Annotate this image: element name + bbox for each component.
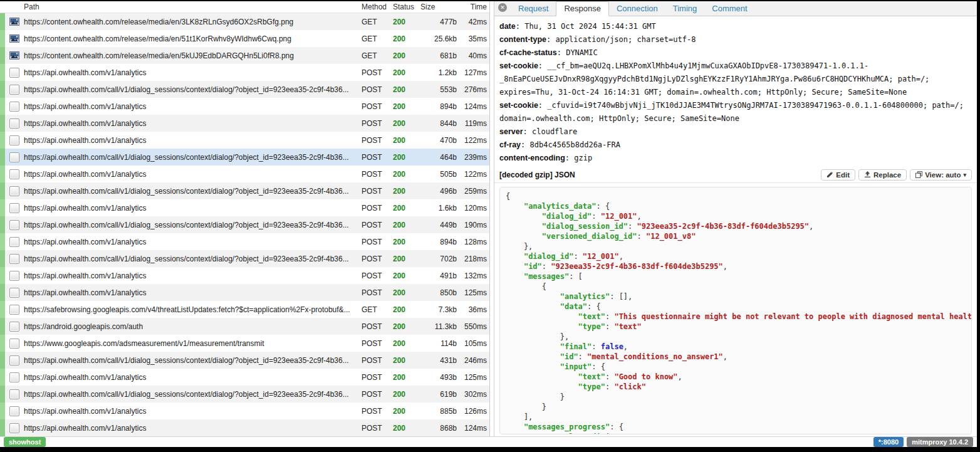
flow-size: 868b <box>420 424 459 433</box>
json-line: "mental_conditions_no_answer1": 15.66820… <box>506 432 971 434</box>
json-line: "messages": [ <box>506 271 971 281</box>
tab-request[interactable]: Request <box>511 2 556 16</box>
flow-marker <box>0 30 5 47</box>
header-name: content-type <box>499 35 546 44</box>
document-icon <box>5 339 24 349</box>
flow-time: 125ms <box>459 373 489 382</box>
mitmweb-screen: Path Method Status Size Time https://con… <box>0 0 980 452</box>
flow-row[interactable]: https://content.owhealth.com/release/med… <box>0 47 489 64</box>
flow-row[interactable]: https://api.owhealth.com/v1/analyticsPOS… <box>0 369 489 386</box>
flow-row[interactable]: https://content.owhealth.com/release/med… <box>0 30 489 47</box>
header-value: : _cfuvid=i9t740wBbjvNji_jTK10dJJAE3M4TW… <box>499 101 964 123</box>
flow-method: POST <box>362 187 393 196</box>
listen-address-badge[interactable]: *:8080 <box>873 437 904 447</box>
flow-row[interactable]: https://api.owhealth.com/call/v1/dialog_… <box>0 250 489 267</box>
flow-marker <box>0 166 5 182</box>
flow-row[interactable]: https://api.owhealth.com/call/v1/dialog_… <box>0 182 489 199</box>
flow-row[interactable]: https://api.owhealth.com/v1/analyticsPOS… <box>0 115 489 132</box>
flow-row[interactable]: https://api.owhealth.com/call/v1/dialog_… <box>0 216 489 233</box>
time-column-header[interactable]: Time <box>459 3 489 11</box>
flow-list-panel: Path Method Status Size Time https://con… <box>0 1 490 436</box>
tab-response[interactable]: Response <box>556 1 609 16</box>
edit-button[interactable]: Edit <box>821 169 855 181</box>
flow-size: 464b <box>420 153 459 162</box>
document-icon <box>5 152 24 162</box>
flow-time: 35ms <box>459 34 489 43</box>
view-mode-button[interactable]: View: auto ▾ <box>910 169 972 181</box>
flow-method: POST <box>362 136 393 145</box>
flow-status: 200 <box>393 305 420 314</box>
flow-status: 200 <box>393 221 420 229</box>
document-icon <box>5 288 24 298</box>
json-line: "analytics": [], <box>506 292 971 302</box>
response-headers: date: Thu, 31 Oct 2024 15:44:31 GMTconte… <box>494 16 977 167</box>
status-column-header[interactable]: Status <box>393 3 420 11</box>
flow-marker <box>0 81 5 98</box>
replace-button[interactable]: Replace <box>858 169 907 181</box>
tab-connection[interactable]: Connection <box>609 2 665 16</box>
flow-method: GET <box>362 51 393 60</box>
flow-size: 431b <box>420 356 459 365</box>
status-bar: showhost *:8080 mitmproxy 10.4.2 <box>0 436 977 447</box>
size-column-header[interactable]: Size <box>420 3 459 11</box>
flow-row[interactable]: https://api.owhealth.com/v1/analyticsPOS… <box>0 64 489 81</box>
document-icon <box>5 389 24 399</box>
flow-marker <box>0 233 5 250</box>
flow-row[interactable]: https://www.googleapis.com/adsmeasuremen… <box>0 335 489 352</box>
flow-rows: https://content.owhealth.com/release/med… <box>0 13 489 436</box>
flow-row[interactable]: https://android.googleapis.com/authPOST2… <box>0 318 489 335</box>
flow-row[interactable]: https://api.owhealth.com/v1/analyticsPOS… <box>0 233 489 250</box>
flow-path: https://api.owhealth.com/call/v1/dialog_… <box>24 85 362 94</box>
flow-row[interactable]: https://safebrowsing.googleapis.com/v4/t… <box>0 301 489 318</box>
showhost-option-badge[interactable]: showhost <box>4 437 46 447</box>
response-header-line: date: Thu, 31 Oct 2024 15:44:31 GMT <box>499 20 971 33</box>
path-column-header[interactable]: Path <box>24 3 362 11</box>
flow-method: GET <box>362 305 393 314</box>
panel-splitter[interactable] <box>490 1 494 436</box>
flow-row[interactable]: https://api.owhealth.com/v1/analyticsPOS… <box>0 166 489 182</box>
document-icon <box>5 305 24 315</box>
flow-row[interactable]: https://api.owhealth.com/call/v1/dialog_… <box>0 352 489 369</box>
flow-row[interactable]: https://api.owhealth.com/v1/analyticsPOS… <box>0 267 489 284</box>
header-value: : application/json; charset=utf-8 <box>546 35 696 44</box>
response-header-line: cf-ray: 8db4c4565b8dd26a-FRA <box>499 139 971 152</box>
flow-marker <box>0 13 5 30</box>
flow-row[interactable]: https://api.owhealth.com/call/v1/dialog_… <box>0 149 489 166</box>
flow-row[interactable]: https://api.owhealth.com/v1/analyticsPOS… <box>0 419 489 436</box>
tab-comment[interactable]: Comment <box>704 2 754 16</box>
json-line: "id": "mental_conditions_no_answer1", <box>506 352 971 362</box>
json-line: "messages_progress": { <box>506 422 971 432</box>
flow-row[interactable]: https://api.owhealth.com/call/v1/dialog_… <box>0 386 489 402</box>
flow-row[interactable]: https://api.owhealth.com/v1/analyticsPOS… <box>0 132 489 149</box>
document-icon <box>5 254 24 264</box>
flow-method: POST <box>362 153 393 162</box>
flow-path: https://content.owhealth.com/release/med… <box>24 34 362 43</box>
flow-size: 496b <box>420 187 459 196</box>
flow-row[interactable]: https://api.owhealth.com/v1/analyticsPOS… <box>0 98 489 115</box>
flow-path: https://api.owhealth.com/call/v1/dialog_… <box>24 187 362 196</box>
json-line: }, <box>506 241 971 251</box>
close-icon[interactable]: ✕ <box>498 3 507 12</box>
flow-path: https://api.owhealth.com/v1/analytics <box>24 288 362 297</box>
flow-row[interactable]: https://api.owhealth.com/v1/analyticsPOS… <box>0 402 489 419</box>
method-column-header[interactable]: Method <box>362 3 393 11</box>
tab-timing[interactable]: Timing <box>665 2 705 16</box>
flow-size: 114b <box>420 339 459 348</box>
flow-size: 505b <box>420 170 459 179</box>
flow-time: 120ms <box>459 204 489 213</box>
content-type-label: [decoded gzip] JSON <box>499 171 818 179</box>
flow-row[interactable]: https://api.owhealth.com/v1/analyticsPOS… <box>0 199 489 216</box>
flow-row[interactable]: https://content.owhealth.com/release/med… <box>0 13 489 30</box>
flow-marker <box>0 386 5 402</box>
header-name: set-cookie <box>499 101 538 110</box>
response-body-json[interactable]: { "analytics_data": { "dialog_id": "12_0… <box>499 187 972 434</box>
mitmproxy-version-badge: mitmproxy 10.4.2 <box>907 437 973 447</box>
flow-row[interactable]: https://api.owhealth.com/call/v1/dialog_… <box>0 81 489 98</box>
flow-size: 477b <box>420 18 459 26</box>
flow-method: POST <box>362 119 393 128</box>
content-toolbar: [decoded gzip] JSON Edit Replace View: a… <box>494 167 977 183</box>
flow-time: 119ms <box>459 119 489 128</box>
flow-size: 11.3kb <box>420 322 459 331</box>
flow-path: https://content.owhealth.com/release/med… <box>24 18 362 26</box>
flow-row[interactable]: https://api.owhealth.com/v1/analyticsPOS… <box>0 284 489 301</box>
